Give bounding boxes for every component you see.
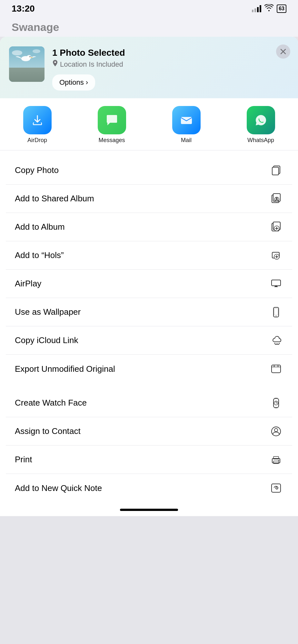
export-original-label: Export Unmodified Original bbox=[15, 364, 115, 374]
app-item-mail[interactable]: Mail bbox=[172, 106, 201, 144]
svg-rect-12 bbox=[272, 167, 279, 175]
options-button[interactable]: Options › bbox=[52, 74, 95, 91]
whatsapp-label: WhatsApp bbox=[247, 137, 274, 144]
add-shared-album-icon bbox=[269, 192, 283, 206]
bg-app-title: Swanage bbox=[12, 21, 59, 34]
svg-point-4 bbox=[27, 55, 31, 59]
print-icon bbox=[269, 453, 283, 467]
location-row: Location Is Included bbox=[52, 60, 289, 69]
assign-contact-label: Assign to Contact bbox=[15, 426, 81, 436]
close-button[interactable] bbox=[276, 44, 290, 59]
svg-point-6 bbox=[12, 50, 22, 55]
copy-icloud-label: Copy iCloud Link bbox=[15, 335, 78, 345]
mail-icon bbox=[172, 106, 201, 134]
home-indicator-area bbox=[6, 502, 292, 516]
assign-contact-item[interactable]: Assign to Contact bbox=[6, 417, 292, 446]
add-hols-label: Add to “Hols” bbox=[15, 250, 64, 260]
copy-photo-item[interactable]: Copy Photo bbox=[6, 156, 292, 185]
use-wallpaper-item[interactable]: Use as Wallpaper bbox=[6, 298, 292, 326]
messages-label: Messages bbox=[98, 137, 125, 144]
battery-icon: 63 bbox=[277, 5, 286, 13]
status-bar: 13:20 63 bbox=[0, 0, 298, 17]
create-watch-face-item[interactable]: Create Watch Face bbox=[6, 389, 292, 417]
copy-photo-label: Copy Photo bbox=[15, 165, 59, 175]
app-item-whatsapp[interactable]: WhatsApp bbox=[247, 106, 275, 144]
apps-row: AirDrop Messages Mail bbox=[0, 98, 298, 150]
airplay-icon bbox=[269, 277, 283, 291]
copy-icloud-icon bbox=[269, 333, 283, 348]
airplay-item[interactable]: AirPlay bbox=[6, 270, 292, 298]
app-item-airdrop[interactable]: AirDrop bbox=[23, 106, 52, 144]
status-icons: 63 bbox=[252, 4, 286, 13]
header-info: 1 Photo Selected Location Is Included Op… bbox=[52, 46, 289, 91]
svg-point-36 bbox=[278, 460, 279, 461]
assign-contact-icon bbox=[269, 424, 283, 438]
quick-note-item[interactable]: Add to New Quick Note bbox=[6, 474, 292, 502]
status-time: 13:20 bbox=[12, 4, 35, 14]
options-chevron-icon: › bbox=[86, 78, 88, 87]
svg-point-8 bbox=[55, 62, 56, 63]
copy-photo-icon bbox=[269, 163, 283, 178]
airdrop-icon bbox=[23, 106, 52, 134]
share-sheet: 1 Photo Selected Location Is Included Op… bbox=[0, 37, 298, 516]
copy-icloud-item[interactable]: Copy iCloud Link bbox=[6, 326, 292, 355]
use-wallpaper-icon bbox=[269, 305, 283, 319]
airdrop-label: AirDrop bbox=[27, 137, 47, 144]
location-text: Location Is Included bbox=[60, 60, 123, 69]
location-arrow-icon bbox=[52, 60, 58, 69]
svg-rect-37 bbox=[272, 484, 281, 492]
svg-point-16 bbox=[276, 197, 278, 199]
home-indicator-bar bbox=[120, 509, 178, 511]
add-album-item[interactable]: Add to Album bbox=[6, 213, 292, 241]
add-shared-album-label: Add to Shared Album bbox=[15, 194, 94, 204]
share-header: 1 Photo Selected Location Is Included Op… bbox=[0, 37, 298, 98]
add-album-label: Add to Album bbox=[15, 222, 65, 232]
photo-selected-title: 1 Photo Selected bbox=[52, 48, 289, 58]
svg-rect-29 bbox=[274, 407, 278, 409]
add-shared-album-item[interactable]: Add to Shared Album bbox=[6, 185, 292, 213]
svg-rect-22 bbox=[272, 280, 281, 286]
create-watch-face-icon bbox=[269, 396, 283, 410]
bg-app-area: Swanage bbox=[0, 17, 298, 37]
add-hols-icon bbox=[269, 248, 283, 263]
add-album-icon bbox=[269, 220, 283, 234]
svg-rect-26 bbox=[272, 365, 281, 373]
airplay-label: AirPlay bbox=[15, 279, 41, 289]
print-label: Print bbox=[15, 455, 32, 465]
signal-icon bbox=[252, 5, 261, 12]
action-list-2: Create Watch Face Assign to Contact bbox=[6, 389, 292, 502]
quick-note-label: Add to New Quick Note bbox=[15, 483, 102, 493]
svg-rect-2 bbox=[9, 70, 27, 74]
quick-note-icon bbox=[269, 481, 283, 495]
svg-point-25 bbox=[276, 315, 277, 316]
svg-point-7 bbox=[33, 49, 40, 53]
whatsapp-icon bbox=[247, 106, 275, 134]
wifi-icon bbox=[264, 4, 273, 13]
use-wallpaper-label: Use as Wallpaper bbox=[15, 307, 81, 317]
export-original-item[interactable]: Export Unmodified Original bbox=[6, 355, 292, 383]
svg-rect-28 bbox=[274, 398, 278, 399]
svg-point-5 bbox=[30, 56, 31, 57]
create-watch-face-label: Create Watch Face bbox=[15, 398, 87, 408]
svg-point-32 bbox=[274, 428, 278, 432]
export-original-icon bbox=[269, 362, 283, 376]
action-list-1: Copy Photo Add to Shared Album bbox=[6, 156, 292, 383]
app-item-messages[interactable]: Messages bbox=[98, 106, 126, 144]
svg-rect-24 bbox=[274, 309, 278, 315]
svg-rect-1 bbox=[9, 68, 45, 82]
mail-label: Mail bbox=[181, 137, 192, 144]
photo-thumbnail bbox=[9, 46, 45, 82]
print-item[interactable]: Print bbox=[6, 446, 292, 474]
messages-icon bbox=[98, 106, 126, 134]
add-hols-item[interactable]: Add to “Hols” bbox=[6, 241, 292, 270]
